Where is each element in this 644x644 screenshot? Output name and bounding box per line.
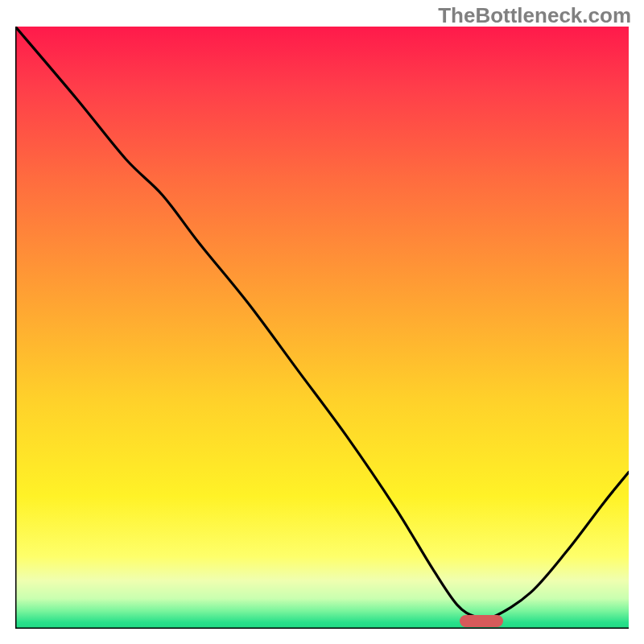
curve-layer — [15, 27, 629, 629]
watermark-text: TheBottleneck.com — [438, 3, 631, 28]
bottleneck-curve — [15, 27, 629, 619]
minimum-marker — [460, 615, 502, 627]
chart-stage: TheBottleneck.com — [0, 0, 644, 644]
